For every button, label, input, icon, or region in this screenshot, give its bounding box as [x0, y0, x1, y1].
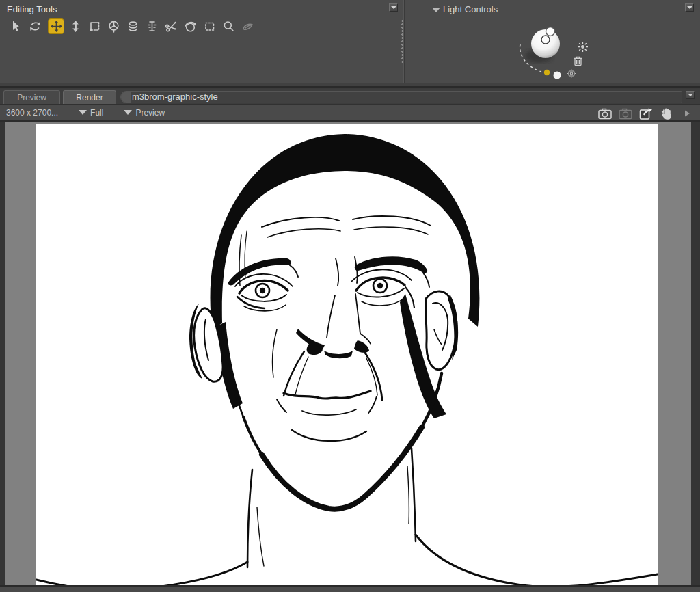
face-line-art-drawing	[36, 124, 658, 585]
pivot-wheel-tool-button[interactable]	[107, 19, 120, 33]
pivot-wheel-icon	[107, 20, 120, 33]
smudge-tool-button	[241, 19, 254, 33]
surface-stack-icon	[126, 20, 139, 33]
column-icon	[146, 20, 159, 33]
top-panel-group: Editing Tools	[0, 0, 700, 83]
tab-preview[interactable]: Preview	[3, 90, 60, 104]
mode-dropdown[interactable]: Preview	[124, 108, 165, 118]
geometry-sphere-tool-button[interactable]	[184, 19, 197, 33]
editing-tools-panel: Editing Tools	[0, 0, 405, 83]
app-window: Editing Tools	[0, 0, 700, 592]
editing-tools-toolbar	[10, 17, 260, 35]
export-button[interactable]	[637, 106, 655, 121]
rotate-tool-button[interactable]	[29, 19, 42, 33]
panel-divider-grip[interactable]	[401, 19, 403, 64]
light-controls-panel: Light Controls	[405, 0, 700, 83]
chevron-down-icon	[687, 6, 692, 9]
editing-tools-title: Editing Tools	[7, 4, 57, 14]
dropdown-triangle-icon	[79, 110, 87, 115]
editing-tools-menu-button[interactable]	[389, 3, 398, 12]
marquee-icon	[203, 20, 216, 33]
column-tool-button[interactable]	[146, 19, 159, 33]
cursor-arrow-icon	[10, 20, 23, 33]
scale-tool-button[interactable]	[69, 19, 82, 33]
frame-icon	[88, 20, 101, 33]
viewport-tab-bar: Preview Render m3brom-graphic-style	[0, 89, 700, 104]
joint-cutter-tool-button[interactable]	[165, 19, 178, 33]
render-toolbar: 3600 x 2700... Full Preview	[0, 104, 700, 122]
tab-bar-menu-button[interactable]	[686, 91, 695, 99]
splitter-drag-handle[interactable]	[324, 84, 369, 86]
light-controls-menu-button[interactable]	[685, 3, 694, 12]
hand-tool-button[interactable]	[658, 106, 675, 121]
sphere-swoosh-icon	[184, 20, 197, 33]
light-dot-selected[interactable]	[544, 70, 550, 75]
expand-arrow-button[interactable]	[678, 106, 696, 121]
bottom-status-bar	[0, 585, 700, 592]
scale-arrow-icon	[69, 20, 82, 33]
translate-tool-button[interactable]	[48, 18, 64, 34]
frame-selection-tool-button[interactable]	[88, 19, 101, 33]
render-toolbar-actions	[593, 105, 696, 122]
node-selection-tool-button[interactable]	[10, 19, 23, 33]
render-dimensions-label: 3600 x 2700...	[6, 108, 58, 118]
delete-light-icon[interactable]	[573, 55, 583, 69]
joint-cutter-icon	[165, 20, 178, 33]
rotate-icon	[29, 20, 42, 33]
magnifier-icon	[222, 20, 235, 33]
collapse-triangle-icon[interactable]	[432, 8, 440, 12]
magnifier-tool-button[interactable]	[222, 19, 235, 33]
camera-disabled-button	[617, 106, 634, 121]
sun-icon[interactable]	[577, 41, 589, 55]
horizontal-splitter[interactable]	[0, 83, 700, 88]
scope-dropdown-value: Full	[90, 108, 103, 118]
dropdown-triangle-icon	[124, 110, 132, 115]
render-viewport[interactable]	[0, 122, 700, 592]
tab-render[interactable]: Render	[63, 90, 116, 104]
chevron-down-icon	[688, 94, 693, 96]
region-marquee-tool-button[interactable]	[203, 19, 216, 33]
move-arrows-icon	[50, 20, 63, 33]
camera-button[interactable]	[596, 106, 614, 121]
scope-dropdown[interactable]: Full	[79, 108, 103, 118]
light-dot[interactable]	[554, 72, 561, 79]
light-fixture-icon[interactable]	[567, 68, 576, 81]
render-name-field[interactable]: m3brom-graphic-style	[120, 91, 682, 103]
light-controls-title: Light Controls	[443, 4, 498, 14]
mode-dropdown-value: Preview	[135, 108, 165, 118]
light-handle-top[interactable]	[546, 27, 555, 36]
render-canvas	[36, 124, 658, 585]
smudge-icon	[241, 20, 254, 33]
chevron-down-icon	[391, 6, 396, 9]
surface-stack-tool-button[interactable]	[126, 19, 139, 33]
viewport-background	[5, 122, 691, 585]
